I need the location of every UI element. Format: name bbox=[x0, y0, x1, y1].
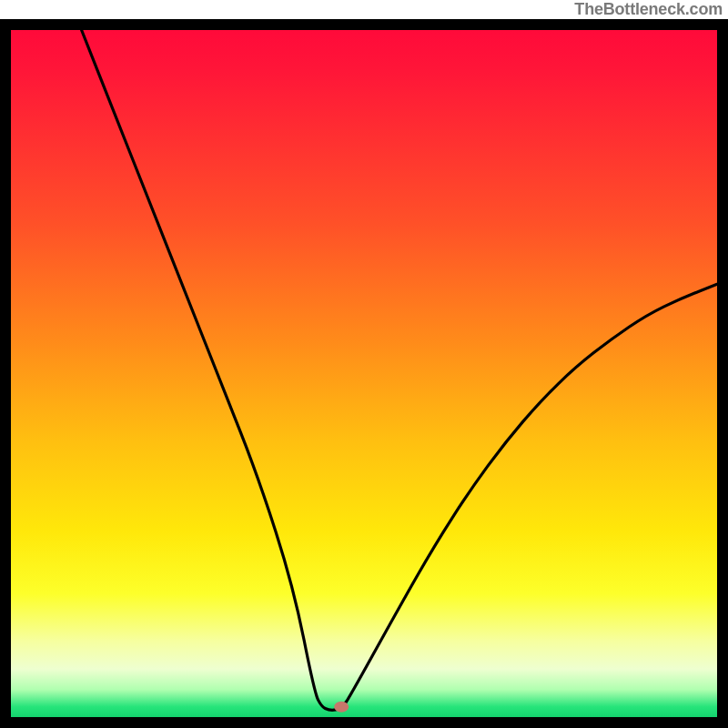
bottleneck-curve bbox=[11, 30, 717, 717]
watermark-text: TheBottleneck.com bbox=[574, 0, 723, 19]
chart-frame bbox=[0, 19, 728, 728]
bottleneck-marker bbox=[334, 702, 349, 713]
chart-plot-area bbox=[11, 30, 717, 717]
